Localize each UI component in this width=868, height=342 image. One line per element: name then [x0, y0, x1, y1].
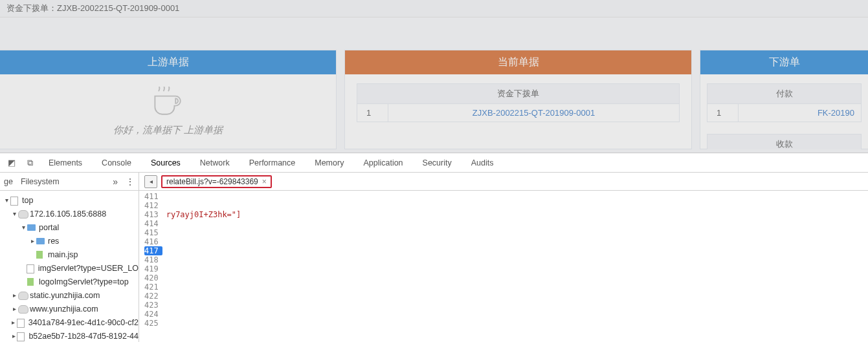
bill-link[interactable]: FK-20190 [818, 108, 854, 118]
current-table-header: 资金下拨单 [357, 84, 680, 104]
coffee-cup-icon [149, 87, 188, 118]
table-row[interactable]: 1 FK-20190 [707, 104, 862, 122]
row-index: 1 [707, 104, 739, 122]
downstream-table-header: 付款 [707, 84, 862, 104]
app-page: 资金下拨单：ZJXB-2002215-QT-201909-0001 上游单据 你… [0, 0, 868, 153]
panel-upstream: 上游单据 你好，流单据下 上游单据 [0, 50, 337, 149]
downstream-sub-header: 收款 [707, 134, 862, 149]
bill-link[interactable]: ZJXB-2002215-QT-201909-0001 [473, 108, 595, 118]
panel-current-body: 资金下拨单 1 ZJXB-2002215-QT-201909-0001 [345, 74, 691, 149]
panel-upstream-empty-text: 你好，流单据下 上游单据 [113, 124, 223, 136]
panel-current: 当前单据 资金下拨单 1 ZJXB-2002215-QT-201909-0001 [344, 50, 692, 149]
panel-upstream-body: 你好，流单据下 上游单据 [0, 74, 336, 149]
breadcrumb-value: ZJXB-2002215-QT-201909-0001 [57, 3, 179, 13]
panels-row: 上游单据 你好，流单据下 上游单据 当前单据 资金下拨单 1 ZJXB-2002… [0, 17, 868, 149]
table-row[interactable]: 1 ZJXB-2002215-QT-201909-0001 [357, 104, 680, 122]
current-table: 资金下拨单 1 ZJXB-2002215-QT-201909-0001 [357, 83, 680, 122]
downstream-table: 付款 1 FK-20190 [707, 83, 862, 122]
row-index: 1 [357, 104, 388, 122]
panel-upstream-header: 上游单据 [0, 50, 336, 74]
panel-downstream-header: 下游单 [700, 50, 868, 74]
panel-downstream-body: 付款 1 FK-20190 收款 [700, 74, 868, 149]
breadcrumb-label: 资金下拨单： [6, 3, 57, 13]
panel-downstream: 下游单 付款 1 FK-20190 收款 [700, 50, 868, 149]
breadcrumb: 资金下拨单：ZJXB-2002215-QT-201909-0001 [0, 0, 868, 17]
panel-current-header: 当前单据 [345, 50, 691, 74]
